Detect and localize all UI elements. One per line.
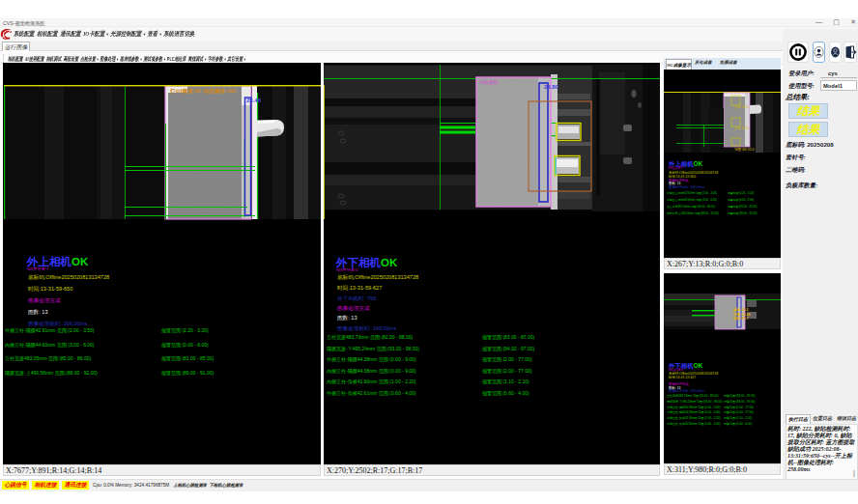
- svg-text:23.80: 23.80: [544, 84, 559, 90]
- svg-text:报警范围:(0.00 - 8.00): 报警范围:(0.00 - 8.00): [728, 198, 754, 202]
- svg-text:实际:83.7: 实际:83.7: [733, 316, 748, 321]
- svg-text:时间:13-31-59-650: 时间:13-31-59-650: [28, 286, 72, 293]
- svg-text:报警范围:(83.00 - 87.00): 报警范围:(83.00 - 87.00): [482, 334, 535, 341]
- svg-text:内侧立柱-负极41.90mm 范围:(1.00 - 2.20: 内侧立柱-负极41.90mm 范围:(1.00 - 2.20): [327, 378, 416, 385]
- svg-text:图像处理耗时: 206.00ms: 图像处理耗时: 206.00ms: [28, 321, 87, 327]
- svg-text:报警范围:(94.00 - 97.00): 报警范围:(94.00 - 97.00): [482, 346, 535, 352]
- svg-text:AI检测框: AI检测框: [479, 79, 499, 86]
- svg-text:外下AI耗时: 766: 外下AI耗时: 766: [337, 295, 376, 302]
- svg-text:报警范围:(0.60 - 4.00): 报警范围:(0.60 - 4.00): [724, 422, 752, 426]
- svg-text:报警范围:(0.00 - 8.00): 报警范围:(0.00 - 8.00): [161, 342, 209, 349]
- svg-text:隔膜宽度-上490.56mm 范围:(88.00 - 92.: 隔膜宽度-上490.56mm 范围:(88.00 - 92.00): [5, 370, 98, 377]
- svg-text:报警范围:(81.00 - 85.00): 报警范围:(81.00 - 85.00): [161, 355, 214, 362]
- svg-text:范围:88-92.0: 范围:88-92.0: [734, 148, 754, 152]
- svg-text:外侧立柱-负极42.61mm 范围:(0.60 - 4.00: 外侧立柱-负极42.61mm 范围:(0.60 - 4.00): [327, 390, 416, 397]
- svg-text:图像处理耗时: 206.00ms: 图像处理耗时: 206.00ms: [669, 184, 704, 189]
- svg-text:内侧立柱-隔膜44.38mm 范围:(0.00 - 9.00: 内侧立柱-隔膜44.38mm 范围:(0.00 - 9.00): [327, 368, 416, 375]
- svg-text:底标码:Offline2025020813134728: 底标码:Offline2025020813134728: [28, 274, 109, 281]
- svg-text:NG置信度:0: NG置信度:0: [336, 267, 358, 272]
- svg-text:NG置信度:T: NG置信度:T: [669, 166, 683, 170]
- svg-text:内侧立柱-隔膜44.60mm 范围:(3.00 - 6.00: 内侧立柱-隔膜44.60mm 范围:(3.00 - 6.00): [5, 342, 95, 349]
- svg-text:图数: 13: 图数: 13: [337, 315, 358, 321]
- svg-text:NG置信度:T: NG置信度:T: [27, 266, 49, 271]
- svg-text:报警范围:(83.00 - 87.00): 报警范围:(83.00 - 87.00): [724, 394, 756, 398]
- svg-text:内侧立柱-负极41.90mm 范围:(1.00 - 2.20: 内侧立柱-负极41.90mm 范围:(1.00 - 2.20): [667, 416, 721, 420]
- svg-text:立柱宽度483.05mm 范围:(80.00 - 86.00: 立柱宽度483.05mm 范围:(80.00 - 86.00): [5, 355, 92, 362]
- svg-text:图像处理耗时: 149.00ms: 图像处理耗时: 149.00ms: [669, 388, 704, 393]
- svg-text:报警范围:(2.00 - 77.00): 报警范围:(2.00 - 77.00): [482, 368, 532, 375]
- svg-text:报警范围:(1.10 - 2.10): 报警范围:(1.10 - 2.10): [724, 416, 752, 420]
- svg-text:报警范围:(1.10 - 2.10): 报警范围:(1.10 - 2.10): [482, 378, 529, 385]
- svg-text:内侧立柱-隔膜44.38mm 范围:(0.00 - 9.00: 内侧立柱-隔膜44.38mm 范围:(0.00 - 9.00): [667, 410, 721, 414]
- svg-text:报警范围:(89.00 - 91.00): 报警范围:(89.00 - 91.00): [161, 370, 214, 377]
- svg-text:时间:13-31-59-627: 时间:13-31-59-627: [337, 285, 382, 292]
- svg-text:报警范围:(2.00 - 77.00): 报警范围:(2.00 - 77.00): [482, 356, 532, 363]
- svg-text:外侧立柱-隔膜42.91mm 范围:(2.00 - 3.50: 外侧立柱-隔膜42.91mm 范围:(2.00 - 3.50): [5, 327, 95, 334]
- svg-text:范围:93-98: 范围:93-98: [733, 312, 751, 317]
- svg-text:实际:95.2: 实际:95.2: [733, 307, 748, 312]
- svg-text:外侧立柱-隔膜44.38mm 范围:(0.00 - 9.00: 外侧立柱-隔膜44.38mm 范围:(0.00 - 9.00): [327, 356, 416, 363]
- svg-text:隔膜宽度-下495.24mm 范围:(93.00 - 98.: 隔膜宽度-下495.24mm 范围:(93.00 - 98.00): [667, 400, 723, 404]
- svg-text:外侧立柱-负极42.61mm 范围:(0.60 - 4.00: 外侧立柱-负极42.61mm 范围:(0.60 - 4.00): [667, 422, 721, 426]
- svg-text:图像处理完成: 图像处理完成: [337, 305, 370, 312]
- svg-text:报警范围:(2.00 - 77.00): 报警范围:(2.00 - 77.00): [724, 410, 754, 414]
- svg-text:报警范围:(81.00 - 85.00): 报警范围:(81.00 - 85.00): [728, 205, 757, 209]
- svg-text:底标码:Offline2025020813134728: 底标码:Offline2025020813134728: [337, 274, 418, 281]
- svg-text:实际:90.5: 实际:90.5: [734, 104, 749, 109]
- svg-text:立柱宽度483.05mm 范围:(80.00 - 86.00: 立柱宽度483.05mm 范围:(80.00 - 86.00): [667, 205, 715, 209]
- svg-text:灯dd阈值:93, 动态阈值:100: 灯dd阈值:93, 动态阈值:100: [169, 88, 236, 95]
- svg-text:立柱宽度483.73mm 范围:(82.00 - 88.00: 立柱宽度483.73mm 范围:(82.00 - 88.00): [327, 334, 414, 341]
- svg-text:报警范围:(0.60 - 4.00): 报警范围:(0.60 - 4.00): [482, 390, 529, 397]
- svg-text:报警范围:(2.20 - 3.20): 报警范围:(2.20 - 3.20): [161, 327, 209, 334]
- svg-text:外侧立柱-隔膜42.91mm 范围:(2.00 - 3.50: 外侧立柱-隔膜42.91mm 范围:(2.00 - 3.50): [667, 191, 717, 195]
- svg-text:隔膜宽度-上490.56mm 范围:(88.00 - 92.: 隔膜宽度-上490.56mm 范围:(88.00 - 92.00): [667, 211, 719, 215]
- svg-text:23.48: 23.48: [246, 98, 262, 103]
- svg-text:时间:13-31-59-627: 时间:13-31-59-627: [669, 376, 696, 379]
- svg-text:图像处理完成: 图像处理完成: [28, 297, 61, 304]
- svg-text:立柱宽度483.73mm 范围:(82.00 - 88.00: 立柱宽度483.73mm 范围:(82.00 - 88.00): [667, 394, 719, 398]
- svg-text:图像处理耗时: 149.00ms: 图像处理耗时: 149.00ms: [337, 325, 396, 332]
- svg-text:隔膜宽度-下495.24mm 范围:(93.00 - 98.: 隔膜宽度-下495.24mm 范围:(93.00 - 98.00): [327, 346, 419, 352]
- svg-text:报警范围:(2.20 - 3.20): 报警范围:(2.20 - 3.20): [728, 191, 754, 195]
- svg-text:报警范围:(89.00 - 91.00): 报警范围:(89.00 - 91.00): [728, 211, 757, 215]
- svg-text:报警范围:(2.00 - 77.00): 报警范围:(2.00 - 77.00): [724, 406, 754, 409]
- svg-text:图数: 13: 图数: 13: [28, 309, 48, 315]
- svg-text:实际:83.0: 实际:83.0: [734, 126, 749, 130]
- svg-text:内侧立柱-隔膜44.60mm 范围:(3.00 - 6.00: 内侧立柱-隔膜44.60mm 范围:(3.00 - 6.00): [667, 198, 717, 202]
- svg-text:外侧立柱-隔膜44.38mm 范围:(0.00 - 9.00: 外侧立柱-隔膜44.38mm 范围:(0.00 - 9.00): [667, 406, 721, 409]
- svg-text:报警范围:(94.00 - 97.00): 报警范围:(94.00 - 97.00): [724, 400, 756, 404]
